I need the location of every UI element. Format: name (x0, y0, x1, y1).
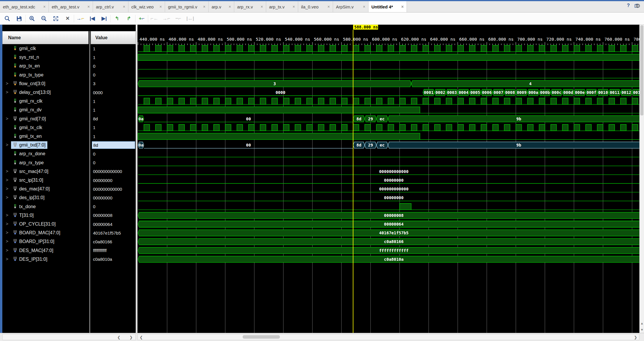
signal-row-arp-tx-en[interactable]: arp_tx_en0 (2, 62, 136, 70)
vertical-scroll-thumb[interactable] (640, 25, 643, 115)
signal-row-gmii-rxd-7-0-[interactable]: >gmii_rxd[7:0]8d (2, 115, 136, 123)
zoom-out-icon[interactable] (38, 14, 50, 24)
tab-close-icon[interactable]: × (293, 4, 295, 9)
tab-close-icon[interactable]: × (261, 4, 263, 9)
expand-chevron-icon[interactable]: > (6, 116, 8, 121)
signal-row-des-ip-31-0-[interactable]: >des_ip[31:0]00000000 (2, 193, 136, 202)
expand-chevron-icon[interactable]: > (6, 248, 8, 253)
wave-scroll-left-icon[interactable]: ❮ (138, 335, 144, 340)
tab-gmii-to-rgmii-v[interactable]: gmii_to_rgmii.v× (165, 1, 209, 12)
signal-scroll-left-icon[interactable]: ❮ (116, 335, 122, 340)
signal-row-src-mac-47-0-[interactable]: >src_mac[47:0]000000000000 (2, 167, 136, 176)
signal-name-cell[interactable]: gmii_rx_dv (11, 106, 43, 114)
tab-close-icon[interactable]: × (363, 4, 365, 9)
expand-chevron-icon[interactable]: > (6, 213, 8, 217)
tab-untitled-4-[interactable]: Untitled 4*× (368, 1, 407, 12)
tab-ila-0-veo[interactable]: ila_0.veo× (298, 1, 333, 12)
tab-arp-v[interactable]: arp.v× (209, 1, 234, 12)
signal-row-gmii-txd-7-0-[interactable]: >gmii_txd[7:0]8d (2, 141, 136, 149)
save-waveform-icon[interactable] (13, 14, 25, 24)
signal-row-tx-done[interactable]: tx_done0 (2, 202, 136, 211)
signal-name-cell[interactable]: OP_CYCLE[31:0] (11, 220, 57, 228)
tab-clk-wiz-veo[interactable]: clk_wiz.veo× (128, 1, 165, 12)
signal-name-cell[interactable]: arp_tx_en (11, 62, 42, 70)
swap-next-icon[interactable]: ↱ (123, 14, 135, 24)
signal-name-cell[interactable]: gmii_rx_clk (11, 97, 44, 105)
expand-chevron-icon[interactable]: > (6, 239, 8, 244)
wave-scroll-thumb[interactable] (243, 335, 280, 339)
tab-close-icon[interactable]: × (123, 4, 125, 9)
signal-name-cell[interactable]: gmii_tx_en (11, 133, 43, 140)
signal-row-arp-rx-type[interactable]: arp_rx_type0 (2, 158, 136, 167)
signal-name-cell[interactable]: arp_tx_type (11, 71, 45, 79)
signal-name-cell[interactable]: arp_rx_done (11, 150, 47, 158)
signal-row-board-mac-47-0-[interactable]: >BOARD_MAC[47:0]40167e1f57b5 (2, 228, 136, 237)
signal-row-gmii-tx-en[interactable]: gmii_tx_en1 (2, 132, 136, 141)
signal-name-cell[interactable]: gmii_rxd[7:0] (11, 115, 48, 123)
signal-name-cell[interactable]: DES_IP[31:0] (11, 256, 49, 263)
remove-cursor-icon[interactable]: ✕ (62, 14, 74, 24)
time-cursor[interactable]: 588.000 ns (353, 25, 378, 333)
tab-eth-arp-test-xdc[interactable]: eth_arp_test.xdc× (0, 1, 49, 12)
scroll-up-icon[interactable]: ▲ (640, 320, 644, 326)
signal-row-op-cycle-31-0-[interactable]: >OP_CYCLE[31:0]00000064 (2, 220, 136, 228)
signal-name-cell[interactable]: BOARD_IP[31:0] (11, 238, 56, 245)
tab-close-icon[interactable]: × (229, 4, 231, 9)
signal-name-cell[interactable]: flow_cnt[3:0] (11, 80, 47, 88)
signal-row-gmii-rx-dv[interactable]: gmii_rx_dv1 (2, 106, 136, 114)
signal-name-cell[interactable]: tx_done (11, 203, 37, 210)
wave-hscrollbar[interactable]: ❮ ❯ (137, 334, 639, 340)
zoom-in-icon[interactable] (26, 14, 38, 24)
expand-chevron-icon[interactable]: > (6, 142, 8, 147)
next-transition-icon[interactable]: ▶| (98, 14, 110, 24)
signal-row-board-ip-31-0-[interactable]: >BOARD_IP[31:0]c0a80166 (2, 237, 136, 246)
signal-name-cell[interactable]: sys_rst_n (11, 53, 41, 61)
add-marker-icon[interactable]: +⌐ (136, 14, 148, 24)
signal-name-cell[interactable]: src_ip[31:0] (11, 176, 45, 184)
name-column-header[interactable]: Name (2, 31, 89, 44)
tab-arp-ctrl-v[interactable]: arp_ctrl.v× (93, 1, 128, 12)
expand-chevron-icon[interactable]: > (6, 195, 8, 200)
swap-previous-icon[interactable]: ↰ (111, 14, 123, 24)
signal-scroll-right-icon[interactable]: ❯ (128, 335, 134, 340)
zoom-fit-icon[interactable] (50, 14, 62, 24)
signal-name-cell[interactable]: DES_MAC[47:0] (11, 247, 55, 254)
expand-chevron-icon[interactable]: > (6, 230, 8, 235)
expand-chevron-icon[interactable]: > (6, 90, 8, 94)
scroll-down-icon[interactable]: ▼ (640, 326, 644, 333)
tab-arpsim-v[interactable]: ArpSim.v× (333, 1, 368, 12)
wave-scroll-right-icon[interactable]: ❯ (633, 335, 638, 340)
signal-row-arp-rx-done[interactable]: arp_rx_done0 (2, 149, 136, 158)
signal-row-delay-cnt-13-0-[interactable]: >delay_cnt[13:0]0000 (2, 88, 136, 97)
signal-row-flow-cnt-3-0-[interactable]: >flow_cnt[3:0]3 (2, 79, 136, 88)
expand-chevron-icon[interactable]: > (6, 256, 8, 261)
signal-row-arp-tx-type[interactable]: arp_tx_type0 (2, 71, 136, 79)
signal-row-gmii-rx-clk[interactable]: gmii_rx_clk1 (2, 97, 136, 106)
signal-name-cell[interactable]: gmii_tx_clk (11, 124, 44, 131)
panel-divider[interactable] (136, 31, 137, 333)
tab-close-icon[interactable]: × (328, 4, 330, 9)
help-icon[interactable]: ? (627, 3, 630, 8)
signal-name-cell[interactable]: src_mac[47:0] (11, 168, 50, 175)
signal-name-cell[interactable]: gmii_txd[7:0] (11, 141, 47, 149)
signal-row-gmii-tx-clk[interactable]: gmii_tx_clk1 (2, 123, 136, 132)
signal-row-des-mac-47-0-[interactable]: >DES_MAC[47:0]ffffffffffff (2, 246, 136, 255)
tab-eth-arp-test-v[interactable]: eth_arp_test.v× (49, 1, 93, 12)
expand-chevron-icon[interactable]: > (6, 221, 8, 226)
find-icon[interactable] (1, 14, 13, 24)
tab-close-icon[interactable]: × (203, 4, 205, 9)
waveform-plot-area[interactable]: 440.000 ns460.000 ns480.000 ns500.000 ns… (138, 25, 639, 333)
signal-name-cell[interactable]: des_mac[47:0] (11, 185, 51, 193)
settings-gear-icon[interactable]: ⚙ (635, 2, 641, 9)
signal-row-src-ip-31-0-[interactable]: >src_ip[31:0]00000000 (2, 176, 136, 185)
tab-arp-tx-v[interactable]: arp_tx.v× (266, 1, 298, 12)
signal-row-des-mac-47-0-[interactable]: >des_mac[47:0]000000000000 (2, 185, 136, 193)
previous-transition-icon[interactable]: |◀ (86, 14, 98, 24)
signal-name-cell[interactable]: delay_cnt[13:0] (11, 89, 53, 96)
tab-close-icon[interactable]: × (160, 4, 162, 9)
signal-row-t-31-0-[interactable]: >T[31:0]00000008 (2, 211, 136, 220)
expand-chevron-icon[interactable]: > (6, 177, 8, 182)
tab-close-icon[interactable]: × (87, 4, 90, 9)
signal-row-gmii-clk[interactable]: gmii_clk1 (2, 44, 136, 53)
tab-arp-rx-v[interactable]: arp_rx.v× (234, 1, 266, 12)
